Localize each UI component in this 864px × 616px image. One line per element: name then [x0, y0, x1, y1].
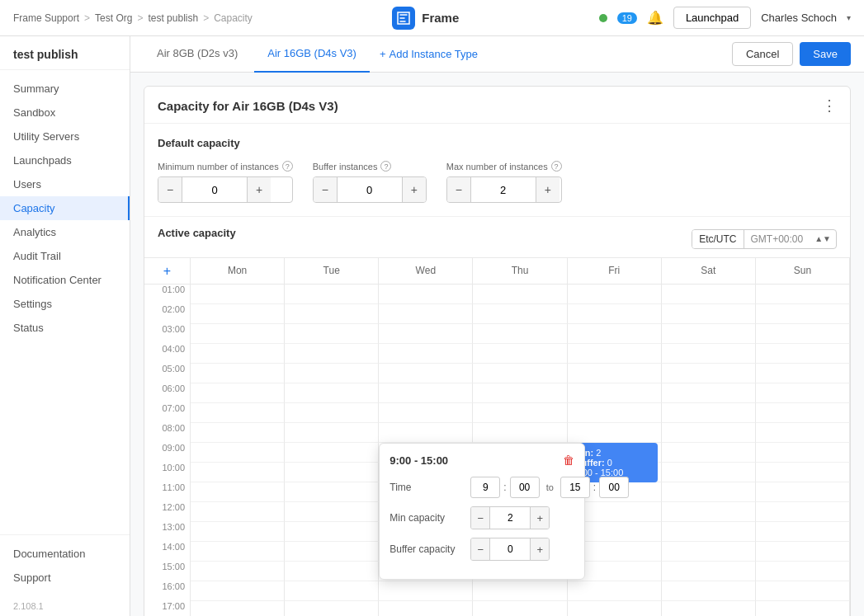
- cell-thu-16[interactable]: [473, 581, 567, 601]
- cell-sat-08[interactable]: [662, 423, 756, 443]
- cell-fri-01[interactable]: [568, 284, 662, 304]
- buffer-capacity-input[interactable]: [489, 538, 531, 560]
- cell-wed-17[interactable]: [379, 601, 473, 616]
- cell-mon-13[interactable]: [191, 522, 285, 542]
- cell-mon-15[interactable]: [191, 562, 285, 581]
- cell-thu-06[interactable]: [473, 383, 567, 403]
- max-instances-decrement[interactable]: −: [447, 177, 470, 202]
- sidebar-item-audit-trail[interactable]: Audit Trail: [0, 244, 130, 268]
- add-instance-type-label[interactable]: Add Instance Type: [390, 48, 478, 60]
- cell-fri-05[interactable]: [568, 364, 662, 383]
- cell-sun-16[interactable]: [756, 581, 850, 601]
- cell-sat-15[interactable]: [662, 562, 756, 581]
- bell-icon[interactable]: 🔔: [647, 10, 663, 26]
- sidebar-item-summary[interactable]: Summary: [0, 77, 130, 101]
- cell-tue-04[interactable]: [285, 344, 379, 364]
- cell-fri-17[interactable]: [568, 601, 662, 616]
- cell-wed-08[interactable]: [379, 423, 473, 443]
- cell-tue-15[interactable]: [285, 562, 379, 581]
- cell-sun-06[interactable]: [756, 383, 850, 403]
- cell-mon-05[interactable]: [191, 364, 285, 383]
- cell-mon-10[interactable]: [191, 463, 285, 482]
- add-schedule-button[interactable]: +: [144, 258, 191, 284]
- cell-tue-10[interactable]: [285, 463, 379, 482]
- cell-fri-04[interactable]: [568, 344, 662, 364]
- cell-wed-09[interactable]: 9:00 - 15:00 🗑 Time :: [379, 443, 473, 463]
- cell-tue-16[interactable]: [285, 581, 379, 601]
- cell-thu-08[interactable]: [473, 423, 567, 443]
- cell-mon-09[interactable]: [191, 443, 285, 463]
- cell-sun-03[interactable]: [756, 324, 850, 344]
- cell-wed-07[interactable]: [379, 403, 473, 423]
- tab-air-16gb[interactable]: Air 16GB (D4s V3): [254, 36, 370, 73]
- cell-wed-05[interactable]: [379, 364, 473, 383]
- sidebar-item-status[interactable]: Status: [0, 316, 130, 340]
- cell-mon-16[interactable]: [191, 581, 285, 601]
- cell-mon-04[interactable]: [191, 344, 285, 364]
- cell-wed-16[interactable]: [379, 581, 473, 601]
- min-instances-help-icon[interactable]: ?: [282, 161, 293, 172]
- cell-sun-05[interactable]: [756, 364, 850, 383]
- buffer-instances-input[interactable]: [337, 177, 403, 202]
- cell-sun-17[interactable]: [756, 601, 850, 616]
- buffer-instances-decrement[interactable]: −: [314, 177, 337, 202]
- min-capacity-decrement[interactable]: −: [471, 507, 489, 529]
- cell-mon-03[interactable]: [191, 324, 285, 344]
- sidebar-item-users[interactable]: Users: [0, 172, 130, 196]
- cell-tue-05[interactable]: [285, 364, 379, 383]
- cell-thu-04[interactable]: [473, 344, 567, 364]
- max-instances-help-icon[interactable]: ?: [551, 161, 562, 172]
- cell-tue-01[interactable]: [285, 284, 379, 304]
- cell-wed-01[interactable]: [379, 284, 473, 304]
- cell-wed-04[interactable]: [379, 344, 473, 364]
- cell-mon-07[interactable]: [191, 403, 285, 423]
- cell-sat-04[interactable]: [662, 344, 756, 364]
- cell-sun-15[interactable]: [756, 562, 850, 581]
- buffer-instances-increment[interactable]: +: [403, 177, 426, 202]
- tab-air-8gb[interactable]: Air 8GB (D2s v3): [144, 36, 251, 73]
- cell-sun-12[interactable]: [756, 502, 850, 522]
- cell-thu-03[interactable]: [473, 324, 567, 344]
- cell-sun-14[interactable]: [756, 542, 850, 562]
- breadcrumb-3[interactable]: test publish: [148, 12, 198, 24]
- cell-fri-06[interactable]: [568, 383, 662, 403]
- cell-sat-13[interactable]: [662, 522, 756, 542]
- cell-tue-07[interactable]: [285, 403, 379, 423]
- add-instance-type-tab[interactable]: + Add Instance Type: [373, 48, 484, 60]
- cell-tue-06[interactable]: [285, 383, 379, 403]
- cell-sun-10[interactable]: [756, 463, 850, 482]
- cell-mon-01[interactable]: [191, 284, 285, 304]
- cell-mon-17[interactable]: [191, 601, 285, 616]
- cell-tue-08[interactable]: [285, 423, 379, 443]
- notification-badge[interactable]: 19: [617, 12, 637, 24]
- min-capacity-input[interactable]: [489, 507, 531, 529]
- cell-mon-12[interactable]: [191, 502, 285, 522]
- cell-sat-05[interactable]: [662, 364, 756, 383]
- cell-sat-07[interactable]: [662, 403, 756, 423]
- more-options-button[interactable]: ⋮: [822, 98, 837, 113]
- cell-tue-12[interactable]: [285, 502, 379, 522]
- min-instances-decrement[interactable]: −: [158, 177, 182, 202]
- cell-thu-05[interactable]: [473, 364, 567, 383]
- sidebar-item-sandbox[interactable]: Sandbox: [0, 101, 130, 125]
- time-to-min-input[interactable]: [599, 477, 629, 498]
- cell-sat-01[interactable]: [662, 284, 756, 304]
- sidebar-item-analytics[interactable]: Analytics: [0, 220, 130, 244]
- user-menu[interactable]: Charles Schoch: [761, 12, 837, 24]
- cell-wed-06[interactable]: [379, 383, 473, 403]
- cell-sun-13[interactable]: [756, 522, 850, 542]
- cell-fri-03[interactable]: [568, 324, 662, 344]
- cell-tue-03[interactable]: [285, 324, 379, 344]
- sidebar-item-settings[interactable]: Settings: [0, 292, 130, 316]
- cell-sat-11[interactable]: [662, 482, 756, 502]
- cell-sat-02[interactable]: [662, 304, 756, 324]
- launchpad-button[interactable]: Launchpad: [673, 7, 751, 29]
- cell-tue-02[interactable]: [285, 304, 379, 324]
- cell-tue-13[interactable]: [285, 522, 379, 542]
- cell-wed-02[interactable]: [379, 304, 473, 324]
- min-instances-input[interactable]: [182, 177, 248, 202]
- sidebar-item-launchpads[interactable]: Launchpads: [0, 148, 130, 172]
- sidebar-item-documentation[interactable]: Documentation: [0, 542, 130, 566]
- cell-sun-07[interactable]: [756, 403, 850, 423]
- cell-fri-07[interactable]: [568, 403, 662, 423]
